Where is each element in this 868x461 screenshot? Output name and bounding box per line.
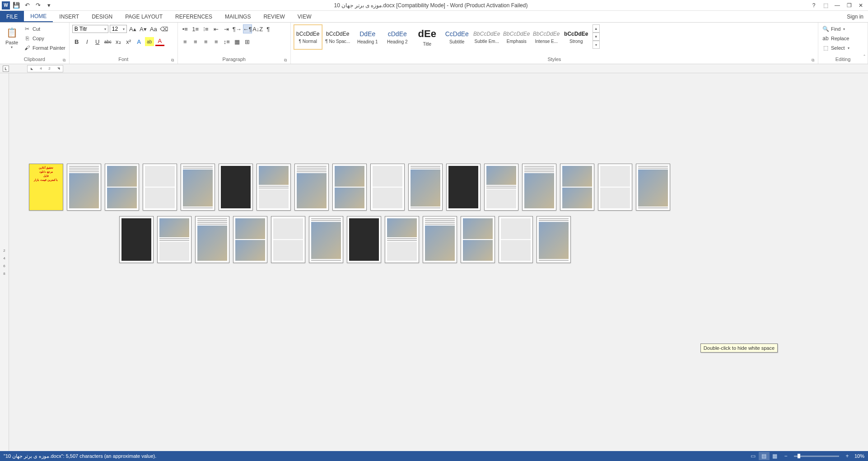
page-thumbnail[interactable] xyxy=(499,216,533,263)
print-layout-button[interactable]: ▤ xyxy=(759,452,770,460)
read-mode-button[interactable]: ▭ xyxy=(748,452,759,460)
zoom-in-button[interactable]: + xyxy=(842,452,853,460)
page-thumbnail[interactable] xyxy=(233,216,267,263)
page-thumbnail[interactable] xyxy=(257,164,291,211)
numbering-button[interactable]: 1≡ xyxy=(191,24,200,33)
borders-button[interactable]: ⊞ xyxy=(243,37,252,46)
page-thumbnail[interactable] xyxy=(143,164,177,211)
minimize-button[interactable]: — xyxy=(832,1,843,10)
rtl-button[interactable]: ←¶ xyxy=(243,24,252,33)
line-spacing-button[interactable]: ↕≡ xyxy=(222,37,231,46)
tab-mailings[interactable]: MAILINGS xyxy=(219,11,257,22)
grow-font-button[interactable]: A▴ xyxy=(128,24,137,33)
page-thumbnail[interactable] xyxy=(309,216,343,263)
show-marks-button[interactable]: ¶ xyxy=(264,24,273,33)
page-thumbnail[interactable] xyxy=(181,164,215,211)
help-button[interactable]: ? xyxy=(808,1,819,10)
page-thumbnail[interactable] xyxy=(195,216,229,263)
paste-button[interactable]: 📋 Paste ▾ xyxy=(3,24,21,50)
page-thumbnail[interactable] xyxy=(67,164,101,211)
gallery-more[interactable]: ▾ xyxy=(593,41,600,49)
tab-view[interactable]: VIEW xyxy=(291,11,318,22)
zoom-slider[interactable] xyxy=(794,456,839,457)
page-thumbnail[interactable] xyxy=(522,164,556,211)
page-thumbnail[interactable] xyxy=(347,216,381,263)
clipboard-launcher[interactable]: ⧉ xyxy=(63,58,65,63)
decrease-indent-button[interactable]: ⇤ xyxy=(212,24,221,33)
styles-launcher[interactable]: ⧉ xyxy=(812,58,814,63)
page-thumbnail[interactable] xyxy=(446,164,481,211)
tab-design[interactable]: DESIGN xyxy=(85,11,119,22)
increase-indent-button[interactable]: ⇥ xyxy=(222,24,231,33)
collapse-ribbon-button[interactable]: ˆ xyxy=(863,54,865,60)
multilevel-button[interactable]: ⁝≡ xyxy=(201,24,210,33)
align-left-button[interactable]: ≡ xyxy=(181,37,190,46)
ltr-button[interactable]: ¶→ xyxy=(233,24,242,33)
font-color-button[interactable]: A xyxy=(155,37,164,46)
style-heading-2[interactable]: cDdEeHeading 2 xyxy=(383,24,412,50)
style-intense-e-[interactable]: BbCcDdEeIntense E... xyxy=(532,24,561,50)
select-button[interactable]: ⬚Select▾ xyxy=(821,43,850,52)
tab-references[interactable]: REFERENCES xyxy=(169,11,219,22)
strikethrough-button[interactable]: abc xyxy=(103,37,112,46)
tab-page-layout[interactable]: PAGE LAYOUT xyxy=(119,11,169,22)
gallery-down[interactable]: ▼ xyxy=(593,33,600,41)
text-effects-button[interactable]: A xyxy=(135,37,144,46)
highlight-button[interactable]: ab xyxy=(145,37,154,46)
superscript-button[interactable]: x² xyxy=(124,37,133,46)
style-strong[interactable]: bCcDdEeStrong xyxy=(562,24,591,50)
page-thumbnail[interactable] xyxy=(332,164,367,211)
close-button[interactable]: ✕ xyxy=(855,1,866,10)
style--normal[interactable]: bCcDdEe¶ Normal xyxy=(294,24,322,50)
replace-button[interactable]: abReplace xyxy=(821,34,850,43)
page-thumbnail[interactable]: تحقیق آنلاینمرجع دانلودفایلبا کمترین قیم… xyxy=(29,164,63,211)
page-thumbnail[interactable] xyxy=(385,216,419,263)
bullets-button[interactable]: •≡ xyxy=(181,24,190,33)
horizontal-ruler[interactable]: L ◣ 4 2 ◥ xyxy=(0,64,868,73)
page-thumbnail[interactable] xyxy=(636,164,670,211)
page-thumbnail[interactable] xyxy=(119,216,154,263)
page-thumbnail[interactable] xyxy=(598,164,632,211)
web-layout-button[interactable]: ▦ xyxy=(770,452,780,460)
font-name-combo[interactable]: B Titr▾ xyxy=(72,25,108,33)
style-emphasis[interactable]: BbCcDdEeEmphasis xyxy=(502,24,531,50)
page-thumbnail[interactable] xyxy=(461,216,495,263)
tab-home[interactable]: HOME xyxy=(24,11,53,22)
undo-button[interactable]: ↶ xyxy=(23,1,32,10)
sign-in-link[interactable]: Sign in xyxy=(842,11,868,22)
font-launcher[interactable]: ⧉ xyxy=(171,58,174,63)
page-thumbnail[interactable] xyxy=(484,164,518,211)
qat-customize[interactable]: ▾ xyxy=(44,1,53,10)
underline-button[interactable]: U xyxy=(93,37,102,46)
page-thumbnail[interactable] xyxy=(560,164,594,211)
zoom-out-button[interactable]: − xyxy=(780,452,791,460)
style-subtle-em-[interactable]: BbCcDdEeSubtle Em... xyxy=(472,24,501,50)
align-right-button[interactable]: ≡ xyxy=(201,37,210,46)
page-thumbnail[interactable] xyxy=(408,164,443,211)
tab-insert[interactable]: INSERT xyxy=(53,11,85,22)
document-area[interactable]: 2468 تحقیق آنلاینمرجع دانلودفایلبا کمتری… xyxy=(0,73,868,451)
page-thumbnail[interactable] xyxy=(271,216,305,263)
justify-button[interactable]: ≡ xyxy=(212,37,221,46)
shrink-font-button[interactable]: A▾ xyxy=(139,24,148,33)
tab-selector[interactable]: L xyxy=(3,66,9,72)
page-thumbnail[interactable] xyxy=(294,164,329,211)
change-case-button[interactable]: Aa xyxy=(149,24,158,33)
shading-button[interactable]: ▦ xyxy=(233,37,242,46)
bold-button[interactable]: B xyxy=(72,37,81,46)
save-button[interactable]: 💾 xyxy=(12,1,21,10)
style-heading-1[interactable]: DdEeHeading 1 xyxy=(353,24,382,50)
style--no-spac-[interactable]: bCcDdEe¶ No Spac... xyxy=(323,24,352,50)
style-title[interactable]: dEeTitle xyxy=(413,24,442,50)
clear-formatting-button[interactable]: ⌫ xyxy=(159,24,168,33)
style-subtitle[interactable]: CcDdEeSubtitle xyxy=(443,24,471,50)
zoom-slider-thumb[interactable] xyxy=(798,454,800,458)
copy-button[interactable]: ⎘Copy xyxy=(23,34,66,43)
page-thumbnail[interactable] xyxy=(370,164,405,211)
find-button[interactable]: 🔍Find▾ xyxy=(821,24,850,33)
subscript-button[interactable]: x₂ xyxy=(114,37,123,46)
ribbon-display-options[interactable]: ⬚ xyxy=(820,1,831,10)
page-thumbnail[interactable] xyxy=(537,216,571,263)
tab-review[interactable]: REVIEW xyxy=(257,11,291,22)
page-thumbnail[interactable] xyxy=(219,164,253,211)
